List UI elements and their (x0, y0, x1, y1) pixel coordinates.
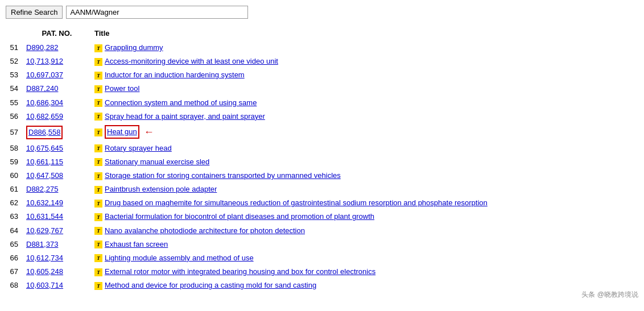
row-number: 54 (6, 82, 23, 96)
table-row: 5910,661,115TStationary manual exercise … (6, 155, 638, 169)
title-cell: THeat gun← (91, 123, 638, 142)
refine-search-button[interactable]: Refine Search (6, 6, 63, 19)
patent-number-link[interactable]: D882,275 (26, 185, 58, 193)
patent-number-cell: 10,612,734 (23, 251, 91, 265)
patent-number-cell: 10,661,115 (23, 155, 91, 169)
patent-number-link[interactable]: 10,605,248 (26, 267, 63, 276)
patent-number-link[interactable]: 10,682,659 (26, 112, 63, 121)
title-link[interactable]: Drug based on maghemite for simultaneous… (105, 198, 488, 207)
patent-number-cell: 10,682,659 (23, 110, 91, 123)
title-cell: TNano avalanche photodiode architecture … (91, 224, 638, 238)
patent-number-cell: 10,647,508 (23, 169, 91, 183)
patent-number-link[interactable]: 10,603,714 (26, 281, 63, 289)
col-title: Title (91, 27, 638, 41)
t-icon: T (94, 254, 102, 262)
title-link[interactable]: Heat gun (107, 126, 137, 138)
title-link[interactable]: Spray head for a paint sprayer, and pain… (105, 112, 265, 121)
t-icon: T (94, 227, 102, 235)
row-number: 67 (6, 265, 23, 279)
patent-number-link[interactable]: 10,629,767 (26, 226, 63, 235)
table-row: 5510,686,304TConnection system and metho… (6, 96, 638, 110)
row-number: 60 (6, 169, 23, 183)
t-icon: T (94, 58, 102, 66)
table-row: 57D886,558THeat gun← (6, 123, 638, 142)
t-icon: T (94, 72, 102, 80)
table-row: 5610,682,659TSpray head for a paint spra… (6, 110, 638, 123)
title-cell: TAccess-monitoring device with at least … (91, 55, 638, 68)
table-row: 5810,675,645TRotary sprayer head (6, 142, 638, 155)
patent-number-link[interactable]: D886,558 (28, 127, 60, 138)
patent-number-link[interactable]: 10,675,645 (26, 144, 63, 152)
title-link[interactable]: Grappling dummy (105, 43, 163, 52)
title-cell: TPower tool (91, 82, 638, 96)
patent-number-cell: D890,282 (23, 41, 91, 55)
row-number: 57 (6, 123, 23, 142)
row-number: 59 (6, 155, 23, 169)
row-number: 66 (6, 251, 23, 265)
patent-number-cell: D881,373 (23, 238, 91, 251)
title-link[interactable]: Paintbrush extension pole adapter (105, 185, 217, 193)
title-link[interactable]: External rotor motor with integrated bea… (105, 267, 375, 276)
title-cell: TSpray head for a paint sprayer, and pai… (91, 110, 638, 123)
search-bar: Refine Search (6, 6, 638, 19)
title-link[interactable]: Lighting module assembly and method of u… (105, 254, 254, 262)
title-highlight-box: Heat gun (105, 125, 139, 139)
patent-number-link[interactable]: 10,631,544 (26, 212, 63, 221)
title-link[interactable]: Power tool (105, 84, 139, 93)
patent-number-cell: 10,675,645 (23, 142, 91, 155)
title-link[interactable]: Nano avalanche photodiode architecture f… (105, 226, 305, 235)
patent-number-link[interactable]: 10,686,304 (26, 98, 63, 107)
title-link[interactable]: Access-monitoring device with at least o… (105, 57, 278, 65)
title-link[interactable]: Exhaust fan screen (105, 240, 168, 248)
patent-number-link[interactable]: D881,373 (26, 240, 58, 248)
row-number: 56 (6, 110, 23, 123)
title-link[interactable]: Connection system and method of using sa… (105, 98, 257, 107)
title-link[interactable]: Storage station for storing containers t… (105, 171, 341, 180)
title-cell: TBacterial formulation for biocontrol of… (91, 210, 638, 223)
patent-number-link[interactable]: 10,661,115 (26, 157, 63, 166)
title-link[interactable]: Stationary manual exercise sled (105, 157, 209, 166)
red-arrow-icon: ← (144, 125, 154, 140)
title-cell: TExhaust fan screen (91, 238, 638, 251)
table-row: 54D887,240TPower tool (6, 82, 638, 96)
t-icon: T (94, 186, 102, 194)
patent-number-cell: 10,697,037 (23, 68, 91, 82)
patent-number-cell: D887,240 (23, 82, 91, 96)
patent-number-cell: D882,275 (23, 183, 91, 196)
table-row: 6310,631,544TBacterial formulation for b… (6, 210, 638, 223)
t-icon: T (94, 44, 102, 52)
t-icon: T (94, 213, 102, 221)
t-icon: T (94, 240, 102, 248)
patent-number-cell: 10,713,912 (23, 55, 91, 68)
patent-number-link[interactable]: 10,612,734 (26, 254, 63, 262)
search-input[interactable] (66, 6, 248, 19)
t-icon: T (94, 268, 102, 276)
row-number: 65 (6, 238, 23, 251)
row-number: 61 (6, 183, 23, 196)
patent-number-link[interactable]: 10,713,912 (26, 57, 63, 65)
results-table: PAT. NO. Title 51D890,282TGrappling dumm… (6, 27, 638, 292)
patent-number-link[interactable]: D890,282 (26, 43, 58, 52)
patent-number-link[interactable]: 10,632,149 (26, 198, 63, 207)
row-number: 63 (6, 210, 23, 223)
patent-number-cell: 10,686,304 (23, 96, 91, 110)
title-link[interactable]: Rotary sprayer head (105, 144, 172, 152)
title-link[interactable]: Bacterial formulation for biocontrol of … (105, 212, 374, 221)
title-link[interactable]: Inductor for an induction hardening syst… (105, 71, 245, 79)
t-icon: T (94, 172, 102, 180)
table-row: 6010,647,508TStorage station for storing… (6, 169, 638, 183)
title-link[interactable]: Method and device for producing a castin… (105, 281, 316, 289)
title-cell: TGrappling dummy (91, 41, 638, 55)
title-cell: TDrug based on maghemite for simultaneou… (91, 196, 638, 210)
title-cell: TInductor for an induction hardening sys… (91, 68, 638, 82)
row-number: 58 (6, 142, 23, 155)
t-icon: T (94, 282, 102, 290)
t-icon: T (94, 85, 102, 93)
patent-number-link[interactable]: 10,697,037 (26, 71, 63, 79)
patent-number-cell: 10,632,149 (23, 196, 91, 210)
patent-number-cell: D886,558 (23, 123, 91, 142)
patent-number-link[interactable]: D887,240 (26, 84, 58, 93)
patent-number-link[interactable]: 10,647,508 (26, 171, 63, 180)
table-row: 6610,612,734TLighting module assembly an… (6, 251, 638, 265)
table-row: 65D881,373TExhaust fan screen (6, 238, 638, 251)
